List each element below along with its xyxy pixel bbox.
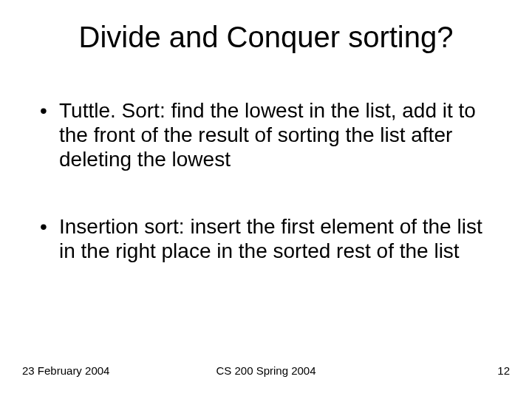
footer-date: 23 February 2004 <box>22 364 109 377</box>
footer-page: 12 <box>497 364 510 377</box>
slide-title: Divide and Conquer sorting? <box>37 21 495 54</box>
footer-course: CS 200 Spring 2004 <box>216 364 316 377</box>
slide: Divide and Conquer sorting? Tuttle. Sort… <box>0 0 532 399</box>
footer: 23 February 2004 CS 200 Spring 2004 12 <box>0 364 532 377</box>
list-item: Insertion sort: insert the first element… <box>37 214 495 263</box>
bullet-list: Tuttle. Sort: find the lowest in the lis… <box>37 98 495 263</box>
list-item: Tuttle. Sort: find the lowest in the lis… <box>37 98 495 171</box>
